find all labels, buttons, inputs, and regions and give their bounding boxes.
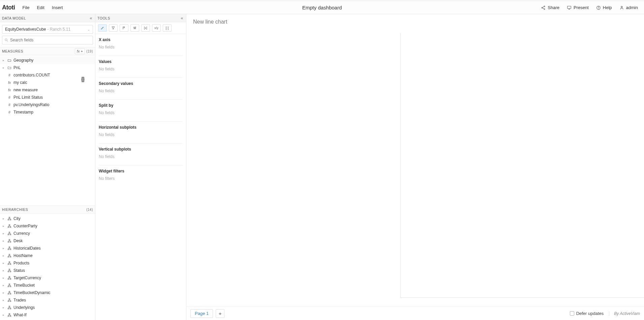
tool-tab-query[interactable] bbox=[120, 24, 128, 32]
menu-edit[interactable]: Edit bbox=[37, 5, 44, 10]
tool-section[interactable]: ValuesNo fields bbox=[99, 56, 183, 78]
measures-header: MEASURES fx + (19) bbox=[0, 47, 95, 55]
hierarchy-label: CounterParty bbox=[13, 224, 37, 228]
tools-header: TOOLS « bbox=[95, 14, 186, 22]
hierarchy-item[interactable]: ▸TimeBucket bbox=[0, 282, 95, 289]
hash-icon: # bbox=[7, 95, 12, 99]
page-tab-1[interactable]: Page 1 bbox=[190, 309, 213, 318]
folder-icon bbox=[7, 58, 12, 62]
tool-section[interactable]: Widget filtersNo filters bbox=[99, 165, 183, 187]
hierarchy-label: What-If bbox=[13, 313, 27, 317]
tool-tab-filter[interactable] bbox=[109, 24, 118, 32]
tool-tab-sliders[interactable] bbox=[130, 24, 139, 32]
svg-line-12 bbox=[7, 41, 8, 42]
tool-section[interactable]: Vertical subplotsNo fields bbox=[99, 143, 183, 165]
pages-bar: Page 1 + Defer updates By ActiveViam bbox=[186, 307, 644, 320]
tool-section[interactable]: Secondary valuesNo fields bbox=[99, 78, 183, 100]
user-label: admin bbox=[626, 5, 638, 10]
pencil-icon bbox=[100, 26, 104, 30]
hierarchy-item[interactable]: ▸Currency bbox=[0, 230, 95, 237]
hierarchies-tree: ▸City▸CounterParty▸Currency▸Desk▸Histori… bbox=[0, 214, 95, 320]
measure-item[interactable]: fxnew measure bbox=[0, 86, 95, 94]
menu-insert[interactable]: Insert bbox=[52, 5, 63, 10]
search-fields[interactable] bbox=[2, 36, 93, 44]
hash-icon: # bbox=[7, 110, 12, 114]
svg-rect-15 bbox=[10, 219, 11, 220]
hierarchy-item[interactable]: ▸HistoricalDates bbox=[0, 245, 95, 252]
tool-tab-brackets[interactable]: [x] bbox=[141, 24, 150, 32]
tool-section[interactable]: X axisNo fields bbox=[99, 34, 183, 56]
svg-rect-24 bbox=[10, 242, 11, 243]
caret-icon: ▸ bbox=[3, 239, 5, 243]
hierarchy-item[interactable]: ▸Products bbox=[0, 259, 95, 267]
widget-title-input[interactable] bbox=[193, 19, 328, 25]
tool-tab-design[interactable] bbox=[98, 24, 107, 32]
hierarchy-icon bbox=[7, 246, 12, 250]
hierarchy-item[interactable]: ▸City bbox=[0, 215, 95, 222]
user-menu[interactable]: admin bbox=[619, 5, 638, 10]
sliders-icon bbox=[133, 26, 137, 30]
tool-section[interactable]: Split byNo fields bbox=[99, 100, 183, 122]
present-button[interactable]: Present bbox=[567, 5, 589, 10]
tool-section-empty: No fields bbox=[99, 132, 183, 137]
brackets-icon: [x] bbox=[144, 26, 147, 30]
cube-name: EquityDerivativesCube bbox=[5, 27, 46, 32]
hierarchy-item[interactable]: ▸Desk bbox=[0, 237, 95, 245]
tool-section[interactable]: Horizontal subplotsNo fields bbox=[99, 122, 183, 143]
hierarchy-label: HostName bbox=[13, 253, 33, 258]
tool-tab-width[interactable]: [·] bbox=[163, 24, 172, 32]
main-menu: File Edit Insert bbox=[22, 5, 63, 10]
hierarchy-item[interactable]: ▸What-If bbox=[0, 311, 95, 319]
measure-item[interactable]: #PnL Limit Status bbox=[0, 94, 95, 101]
svg-rect-41 bbox=[8, 286, 9, 287]
collapse-tools-icon[interactable]: « bbox=[181, 15, 183, 21]
add-calculated-measure-button[interactable]: fx + bbox=[75, 48, 85, 54]
hierarchy-label: Underlyings bbox=[13, 305, 35, 310]
measure-item[interactable]: fxmy calc bbox=[0, 79, 95, 86]
cube-selector[interactable]: EquityDerivativesCube - Ranch 5.11 ⌄ bbox=[2, 25, 93, 34]
hierarchy-item[interactable]: ▸HostName bbox=[0, 252, 95, 259]
fx-icon: fx bbox=[7, 81, 12, 85]
hierarchy-item[interactable]: ▸TimeBucketDynamic bbox=[0, 289, 95, 296]
hierarchy-icon bbox=[7, 283, 12, 287]
share-button[interactable]: Share bbox=[541, 5, 559, 10]
hierarchy-label: TimeBucket bbox=[13, 283, 35, 288]
plus-icon: + bbox=[81, 50, 83, 53]
measure-item[interactable]: ▸Geography bbox=[0, 57, 95, 64]
collapse-data-model-icon[interactable]: « bbox=[90, 15, 92, 21]
menu-file[interactable]: File bbox=[22, 5, 29, 10]
defer-updates-toggle[interactable]: Defer updates bbox=[570, 311, 604, 316]
hierarchy-item[interactable]: ▸TargetCurrency bbox=[0, 274, 95, 282]
add-page-button[interactable]: + bbox=[216, 309, 224, 318]
tool-tab-axes[interactable]: x/y bbox=[152, 24, 161, 32]
svg-rect-5 bbox=[568, 6, 571, 8]
svg-rect-35 bbox=[8, 271, 9, 272]
hierarchy-icon bbox=[7, 313, 12, 317]
svg-rect-40 bbox=[9, 284, 10, 285]
canvas[interactable] bbox=[186, 14, 644, 307]
hierarchy-item[interactable]: ▸Underlyings bbox=[0, 304, 95, 311]
dashboard-title[interactable]: Empty dashboard bbox=[302, 5, 342, 10]
hierarchy-icon bbox=[7, 276, 12, 280]
tool-section-title: Split by bbox=[99, 103, 183, 108]
width-icon: [·] bbox=[166, 26, 168, 30]
measure-item[interactable]: #contributors.COUNT bbox=[0, 71, 95, 79]
folder-icon bbox=[7, 66, 12, 70]
search-input[interactable] bbox=[10, 38, 91, 42]
hierarchy-icon bbox=[7, 217, 12, 221]
svg-rect-36 bbox=[10, 271, 11, 272]
measure-item[interactable]: #Timestamp bbox=[0, 108, 95, 116]
hierarchy-icon bbox=[7, 231, 12, 235]
measure-item[interactable]: ▸PnL bbox=[0, 64, 95, 71]
hierarchy-item[interactable]: ▸Status bbox=[0, 267, 95, 274]
measures-tree: ▸Geography▸PnL#contributors.COUNTfxmy ca… bbox=[0, 55, 95, 117]
hierarchy-label: Status bbox=[13, 268, 25, 273]
help-button[interactable]: Help bbox=[596, 5, 612, 10]
chart-placeholder[interactable] bbox=[400, 33, 644, 298]
hierarchy-item[interactable]: ▸CounterParty bbox=[0, 222, 95, 230]
hierarchy-item[interactable]: ▸Trades bbox=[0, 296, 95, 304]
hierarchy-label: Trades bbox=[13, 298, 26, 302]
measures-header-label: MEASURES bbox=[2, 49, 23, 53]
tool-section-title: Vertical subplots bbox=[99, 147, 183, 152]
measure-item[interactable]: #pv.UnderlyingsRatio bbox=[0, 101, 95, 108]
